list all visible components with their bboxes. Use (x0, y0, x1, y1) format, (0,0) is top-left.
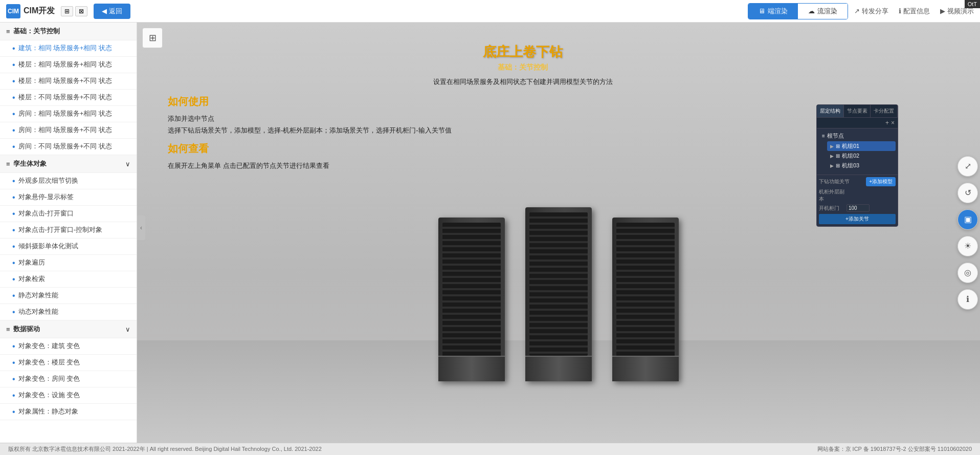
render-toggle: 🖥 端渲染 ☁ 流渲染 (748, 3, 848, 19)
grid-view-button[interactable]: ⊞ (142, 28, 163, 48)
node-item-03[interactable]: ▶ ⊞ 机组03 (827, 161, 896, 170)
endpoint-render-button[interactable]: 🖥 端渲染 (748, 4, 798, 19)
sidebar-item-room-color[interactable]: 对象变色：房间 变色 (0, 371, 137, 387)
layers-icon: ▣ (964, 214, 972, 224)
node-tab-structure[interactable]: 层定结构 (817, 105, 844, 117)
logo-icon: CIM (6, 4, 20, 18)
sidebar-item-room2[interactable]: 房间：相同 场景服务+不同 状态 (0, 122, 137, 139)
sidebar-item-static-attr[interactable]: 对象属性：静态对象 (0, 404, 137, 420)
cabinet-left-door (438, 356, 505, 381)
info-icon: ℹ (966, 294, 969, 304)
app-title: CIM开发 (24, 6, 55, 16)
refresh-icon: ↺ (965, 188, 971, 198)
field1-label: 机柜外层副本 (819, 188, 844, 203)
server-cabinets (438, 207, 679, 381)
header: CIM CIM开发 ⊞ ⊠ ◀ 返回 🖥 端渲染 ☁ 流渲染 ↗ 转发分享 ℹ … (0, 0, 980, 23)
sidebar-item-click-win[interactable]: 对象点击-打开窗口 (0, 206, 137, 222)
add-model-button[interactable]: +添加模型 (866, 177, 896, 186)
layers-button[interactable]: ▣ (957, 209, 978, 230)
add-node-button[interactable]: +添加关节 (819, 214, 896, 224)
section-basics-icon: ≡ (6, 28, 10, 35)
node-item-01[interactable]: ▶ ⊞ 机组01 (827, 141, 896, 151)
cabinet-center-door (525, 356, 592, 381)
sidebar-item-floor2[interactable]: 楼层：相同 场景服务+不同 状态 (0, 73, 137, 90)
info-circle-icon: ℹ (899, 7, 901, 15)
field-row-1: 机柜外层副本 (819, 188, 896, 203)
node-root-label: ≡ 根节点 (819, 131, 896, 141)
cabinet-left (438, 218, 505, 381)
sidebar-item-hover[interactable]: 对象悬停-显示标签 (0, 189, 137, 206)
share-icon: ↗ (854, 7, 860, 15)
field2-label: 开机柜门 (819, 205, 844, 212)
node-sub-tree: ▶ ⊞ 机组01 ▶ ⊞ 机组02 ▶ ⊞ 机组03 (819, 141, 896, 170)
sidebar-item-building-color[interactable]: 对象变色：建筑 变色 (0, 338, 137, 355)
sidebar-item-traverse[interactable]: 对象遍历 (0, 255, 137, 271)
icp-text: 网站备案：京 ICP 备 19018737号-2 公安部案号 110106020… (817, 445, 972, 453)
fullscreen-button[interactable]: ⤢ (957, 156, 978, 177)
right-controls: ⤢ ↺ ▣ ☀ ◎ ℹ (955, 23, 980, 443)
refresh-button[interactable]: ↺ (957, 183, 978, 203)
copyright-text: 版权所有 北京数字冰雹信息技术有限公司 2021-2022年 | All rig… (8, 445, 322, 453)
sidebar-section-twin[interactable]: ≡ 孪生体对象 ∨ (0, 155, 137, 173)
sidebar-item-static-perf[interactable]: 静态对象性能 (0, 288, 137, 304)
sidebar: ≡ 基础：关节控制 建筑：相同 场景服务+相同 状态 楼层：相同 场景服务+相同… (0, 23, 137, 443)
node-item-02[interactable]: ▶ ⊞ 机组02 (827, 151, 896, 161)
back-arrow-icon: ◀ (102, 7, 107, 15)
node-delete-icon[interactable]: × (891, 119, 895, 126)
sidebar-item-search[interactable]: 对象检索 (0, 271, 137, 288)
section-twin-collapse-icon: ∨ (125, 160, 130, 168)
sidebar-item-building[interactable]: 建筑：相同 场景服务+相同 状态 (0, 40, 137, 57)
expand-icon-03: ▶ (830, 163, 834, 168)
compass-button[interactable]: ◎ (957, 263, 978, 283)
header-right-actions: ↗ 转发分享 ℹ 配置信息 ▶ 视频演示 OtT (854, 7, 974, 16)
sidebar-section-data[interactable]: ≡ 数据驱动 ∨ (0, 320, 137, 338)
root-node-icon: ≡ (822, 133, 825, 139)
back-button[interactable]: ◀ 返回 (94, 4, 130, 19)
info-button[interactable]: ℹ (957, 289, 978, 310)
light-icon: ☀ (964, 241, 971, 251)
cabinet-right-door (612, 356, 679, 381)
window-btn-2[interactable]: ⊠ (75, 6, 87, 16)
sidebar-item-room3[interactable]: 房间：不同 场景服务+不同 状态 (0, 139, 137, 155)
expand-icon-01: ▶ (830, 144, 834, 149)
node-tab-elements[interactable]: 节点要素 (844, 105, 871, 117)
node-03-icon: ⊞ (836, 163, 840, 168)
sidebar-item-dynamic-perf[interactable]: 动态对象性能 (0, 304, 137, 320)
play-circle-icon: ▶ (940, 7, 945, 15)
window-btn-1[interactable]: ⊞ (61, 6, 73, 16)
3d-scene[interactable]: 底庄上卷下钻 基础：关节控制 设置在相同场景服务及相同状态下创建并调用模型关节的… (137, 23, 980, 443)
cabinet-center (525, 207, 592, 381)
sidebar-section-basics[interactable]: ≡ 基础：关节控制 (0, 23, 137, 40)
section-basics-title: ≡ 基础：关节控制 (6, 27, 60, 36)
sidebar-item-floor1[interactable]: 楼层：相同 场景服务+相同 状态 (0, 57, 137, 73)
section-data-title: ≡ 数据驱动 (6, 324, 40, 334)
node-tab-config[interactable]: 卡分配置 (871, 105, 898, 117)
field2-input[interactable] (847, 204, 870, 212)
light-button[interactable]: ☀ (957, 236, 978, 256)
cabinet-right (612, 218, 679, 381)
section-data-icon: ≡ (6, 326, 10, 333)
main-layout: ≡ 基础：关节控制 建筑：相同 场景服务+相同 状态 楼层：相同 场景服务+相同… (0, 23, 980, 443)
lower-node-panel: 下钻功能关节 +添加模型 机柜外层副本 开机柜门 +添加关节 (817, 175, 898, 226)
sidebar-item-lod[interactable]: 外观多层次细节切换 (0, 173, 137, 189)
node-add-icon[interactable]: + (885, 119, 889, 126)
config-button[interactable]: ℹ 配置信息 (899, 7, 930, 16)
node-panel-tabs: 层定结构 节点要素 卡分配置 (817, 105, 898, 118)
stream-render-button[interactable]: ☁ 流渲染 (798, 4, 848, 19)
sidebar-item-room1[interactable]: 房间：相同 场景服务+相同 状态 (0, 106, 137, 122)
sidebar-item-floor3[interactable]: 楼层：不同 场景服务+不同 状态 (0, 90, 137, 106)
sidebar-collapse-button[interactable]: ‹ (137, 215, 145, 240)
section-twin-title: ≡ 孪生体对象 (6, 159, 47, 168)
sidebar-item-facility-color[interactable]: 对象变色：设施 变色 (0, 387, 137, 404)
monitor-icon: 🖥 (759, 7, 765, 15)
node-01-icon: ⊞ (836, 143, 840, 149)
node-tree: ≡ 根节点 ▶ ⊞ 机组01 ▶ ⊞ 机组02 ▶ (817, 128, 898, 172)
sidebar-item-floor-color[interactable]: 对象变色：楼层 变色 (0, 355, 137, 371)
node-control-panel: 层定结构 节点要素 卡分配置 + × ≡ 根节点 (816, 104, 898, 227)
expand-icon-02: ▶ (830, 154, 834, 159)
section-data-collapse-icon: ∨ (125, 326, 130, 333)
sidebar-item-tilt[interactable]: 倾斜摄影单体化测试 (0, 239, 137, 255)
sidebar-item-click-ctrl[interactable]: 对象点击-打开窗口-控制对象 (0, 222, 137, 239)
share-button[interactable]: ↗ 转发分享 (854, 7, 888, 16)
window-controls: ⊞ ⊠ (61, 6, 87, 16)
